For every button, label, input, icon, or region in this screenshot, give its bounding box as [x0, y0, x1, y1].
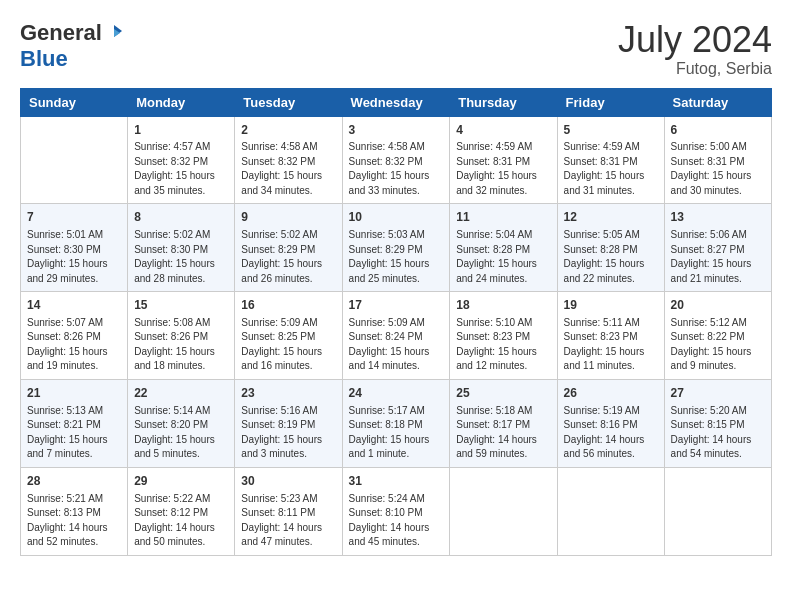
day-number: 7 — [27, 209, 121, 226]
calendar-cell: 5Sunrise: 4:59 AM Sunset: 8:31 PM Daylig… — [557, 116, 664, 204]
day-number: 30 — [241, 473, 335, 490]
day-number: 28 — [27, 473, 121, 490]
day-number: 21 — [27, 385, 121, 402]
day-number: 17 — [349, 297, 444, 314]
cell-info: Sunrise: 5:09 AM Sunset: 8:24 PM Dayligh… — [349, 316, 444, 374]
day-number: 24 — [349, 385, 444, 402]
calendar-cell: 9Sunrise: 5:02 AM Sunset: 8:29 PM Daylig… — [235, 204, 342, 292]
calendar-cell: 8Sunrise: 5:02 AM Sunset: 8:30 PM Daylig… — [128, 204, 235, 292]
day-number: 18 — [456, 297, 550, 314]
logo-blue-text: Blue — [20, 46, 68, 72]
calendar-cell — [450, 467, 557, 555]
logo: General Blue — [20, 20, 124, 72]
logo-general-text: General — [20, 20, 102, 46]
day-number: 9 — [241, 209, 335, 226]
cell-info: Sunrise: 5:01 AM Sunset: 8:30 PM Dayligh… — [27, 228, 121, 286]
calendar-cell: 24Sunrise: 5:17 AM Sunset: 8:18 PM Dayli… — [342, 379, 450, 467]
calendar-cell: 10Sunrise: 5:03 AM Sunset: 8:29 PM Dayli… — [342, 204, 450, 292]
cell-info: Sunrise: 5:13 AM Sunset: 8:21 PM Dayligh… — [27, 404, 121, 462]
day-number: 20 — [671, 297, 765, 314]
calendar-cell: 20Sunrise: 5:12 AM Sunset: 8:22 PM Dayli… — [664, 292, 771, 380]
calendar-cell: 27Sunrise: 5:20 AM Sunset: 8:15 PM Dayli… — [664, 379, 771, 467]
day-number: 11 — [456, 209, 550, 226]
calendar-body: 1Sunrise: 4:57 AM Sunset: 8:32 PM Daylig… — [21, 116, 772, 555]
header: General Blue July 2024 Futog, Serbia — [20, 20, 772, 78]
cell-info: Sunrise: 4:58 AM Sunset: 8:32 PM Dayligh… — [241, 140, 335, 198]
day-number: 22 — [134, 385, 228, 402]
cell-info: Sunrise: 5:23 AM Sunset: 8:11 PM Dayligh… — [241, 492, 335, 550]
day-number: 23 — [241, 385, 335, 402]
day-number: 14 — [27, 297, 121, 314]
calendar-week-row: 28Sunrise: 5:21 AM Sunset: 8:13 PM Dayli… — [21, 467, 772, 555]
cell-info: Sunrise: 4:58 AM Sunset: 8:32 PM Dayligh… — [349, 140, 444, 198]
cell-info: Sunrise: 5:19 AM Sunset: 8:16 PM Dayligh… — [564, 404, 658, 462]
calendar-cell: 2Sunrise: 4:58 AM Sunset: 8:32 PM Daylig… — [235, 116, 342, 204]
cell-info: Sunrise: 5:11 AM Sunset: 8:23 PM Dayligh… — [564, 316, 658, 374]
cell-info: Sunrise: 5:14 AM Sunset: 8:20 PM Dayligh… — [134, 404, 228, 462]
calendar-cell: 16Sunrise: 5:09 AM Sunset: 8:25 PM Dayli… — [235, 292, 342, 380]
cell-info: Sunrise: 5:10 AM Sunset: 8:23 PM Dayligh… — [456, 316, 550, 374]
day-number: 15 — [134, 297, 228, 314]
day-number: 5 — [564, 122, 658, 139]
calendar-cell: 15Sunrise: 5:08 AM Sunset: 8:26 PM Dayli… — [128, 292, 235, 380]
day-number: 31 — [349, 473, 444, 490]
calendar-cell: 19Sunrise: 5:11 AM Sunset: 8:23 PM Dayli… — [557, 292, 664, 380]
cell-info: Sunrise: 5:24 AM Sunset: 8:10 PM Dayligh… — [349, 492, 444, 550]
calendar-cell: 6Sunrise: 5:00 AM Sunset: 8:31 PM Daylig… — [664, 116, 771, 204]
calendar-cell: 23Sunrise: 5:16 AM Sunset: 8:19 PM Dayli… — [235, 379, 342, 467]
col-saturday: Saturday — [664, 88, 771, 116]
calendar-cell: 28Sunrise: 5:21 AM Sunset: 8:13 PM Dayli… — [21, 467, 128, 555]
day-number: 13 — [671, 209, 765, 226]
col-thursday: Thursday — [450, 88, 557, 116]
cell-info: Sunrise: 5:20 AM Sunset: 8:15 PM Dayligh… — [671, 404, 765, 462]
calendar-week-row: 7Sunrise: 5:01 AM Sunset: 8:30 PM Daylig… — [21, 204, 772, 292]
location: Futog, Serbia — [618, 60, 772, 78]
logo-flag-icon — [104, 23, 124, 43]
calendar-cell: 30Sunrise: 5:23 AM Sunset: 8:11 PM Dayli… — [235, 467, 342, 555]
calendar-cell — [664, 467, 771, 555]
col-sunday: Sunday — [21, 88, 128, 116]
col-monday: Monday — [128, 88, 235, 116]
calendar-cell: 22Sunrise: 5:14 AM Sunset: 8:20 PM Dayli… — [128, 379, 235, 467]
calendar-cell — [21, 116, 128, 204]
calendar-cell: 3Sunrise: 4:58 AM Sunset: 8:32 PM Daylig… — [342, 116, 450, 204]
calendar-header-row: Sunday Monday Tuesday Wednesday Thursday… — [21, 88, 772, 116]
calendar-cell: 12Sunrise: 5:05 AM Sunset: 8:28 PM Dayli… — [557, 204, 664, 292]
day-number: 12 — [564, 209, 658, 226]
cell-info: Sunrise: 5:21 AM Sunset: 8:13 PM Dayligh… — [27, 492, 121, 550]
day-number: 6 — [671, 122, 765, 139]
cell-info: Sunrise: 5:09 AM Sunset: 8:25 PM Dayligh… — [241, 316, 335, 374]
calendar-cell: 7Sunrise: 5:01 AM Sunset: 8:30 PM Daylig… — [21, 204, 128, 292]
calendar-cell: 1Sunrise: 4:57 AM Sunset: 8:32 PM Daylig… — [128, 116, 235, 204]
day-number: 1 — [134, 122, 228, 139]
calendar-week-row: 1Sunrise: 4:57 AM Sunset: 8:32 PM Daylig… — [21, 116, 772, 204]
calendar: Sunday Monday Tuesday Wednesday Thursday… — [20, 88, 772, 556]
cell-info: Sunrise: 5:02 AM Sunset: 8:29 PM Dayligh… — [241, 228, 335, 286]
day-number: 16 — [241, 297, 335, 314]
day-number: 2 — [241, 122, 335, 139]
cell-info: Sunrise: 5:03 AM Sunset: 8:29 PM Dayligh… — [349, 228, 444, 286]
calendar-cell: 29Sunrise: 5:22 AM Sunset: 8:12 PM Dayli… — [128, 467, 235, 555]
calendar-cell — [557, 467, 664, 555]
calendar-week-row: 21Sunrise: 5:13 AM Sunset: 8:21 PM Dayli… — [21, 379, 772, 467]
cell-info: Sunrise: 5:06 AM Sunset: 8:27 PM Dayligh… — [671, 228, 765, 286]
cell-info: Sunrise: 5:16 AM Sunset: 8:19 PM Dayligh… — [241, 404, 335, 462]
cell-info: Sunrise: 5:07 AM Sunset: 8:26 PM Dayligh… — [27, 316, 121, 374]
day-number: 3 — [349, 122, 444, 139]
calendar-cell: 11Sunrise: 5:04 AM Sunset: 8:28 PM Dayli… — [450, 204, 557, 292]
day-number: 8 — [134, 209, 228, 226]
day-number: 19 — [564, 297, 658, 314]
calendar-cell: 31Sunrise: 5:24 AM Sunset: 8:10 PM Dayli… — [342, 467, 450, 555]
calendar-cell: 18Sunrise: 5:10 AM Sunset: 8:23 PM Dayli… — [450, 292, 557, 380]
month-year: July 2024 — [618, 20, 772, 60]
day-number: 27 — [671, 385, 765, 402]
page: General Blue July 2024 Futog, Serbia Sun… — [0, 0, 792, 566]
title-block: July 2024 Futog, Serbia — [618, 20, 772, 78]
calendar-cell: 14Sunrise: 5:07 AM Sunset: 8:26 PM Dayli… — [21, 292, 128, 380]
cell-info: Sunrise: 4:59 AM Sunset: 8:31 PM Dayligh… — [564, 140, 658, 198]
cell-info: Sunrise: 5:18 AM Sunset: 8:17 PM Dayligh… — [456, 404, 550, 462]
cell-info: Sunrise: 4:59 AM Sunset: 8:31 PM Dayligh… — [456, 140, 550, 198]
cell-info: Sunrise: 5:00 AM Sunset: 8:31 PM Dayligh… — [671, 140, 765, 198]
cell-info: Sunrise: 5:02 AM Sunset: 8:30 PM Dayligh… — [134, 228, 228, 286]
col-tuesday: Tuesday — [235, 88, 342, 116]
